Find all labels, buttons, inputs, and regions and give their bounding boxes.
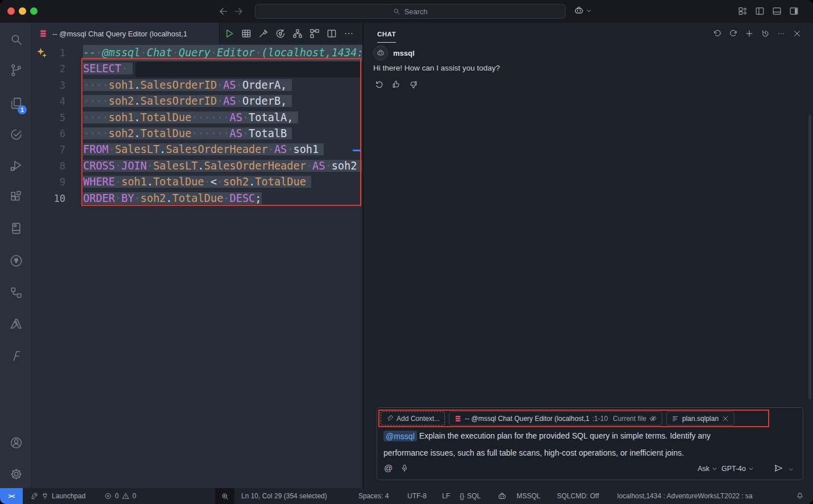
- cursor-position-item[interactable]: Ln 10, Col 29 (354 selected): [241, 488, 327, 504]
- activity-item-search[interactable]: [0, 27, 32, 51]
- extensions-icon: [9, 190, 23, 204]
- copilot-status-item[interactable]: [497, 488, 507, 504]
- minimize-window-button[interactable]: [19, 7, 26, 15]
- activity-item-source-control[interactable]: [0, 58, 32, 82]
- connection-item[interactable]: localhost,1434 : AdventureWorksLT2022 : …: [617, 488, 753, 504]
- plan-file-label: plan.sqlplan: [682, 415, 719, 423]
- message-author: mssql: [393, 49, 415, 57]
- undo-icon[interactable]: [713, 29, 722, 38]
- close-window-button[interactable]: [7, 7, 15, 15]
- overview-ruler-cursor: [353, 150, 361, 151]
- activity-item-task-check[interactable]: [0, 122, 32, 146]
- file-context-label: -- @mssql Chat Query Editor (localhost,1: [465, 415, 589, 423]
- activity-item-notebook[interactable]: [0, 216, 32, 240]
- sqlcmd-item[interactable]: SQLCMD: Off: [557, 488, 599, 504]
- zoom-window-button[interactable]: [30, 7, 38, 15]
- file-context-chip[interactable]: -- @mssql Chat Query Editor (localhost,1…: [449, 411, 662, 425]
- mode-picker[interactable]: Ask: [698, 465, 717, 473]
- indentation-item[interactable]: Spaces: 4: [358, 488, 389, 504]
- chat-scrollbar[interactable]: [808, 115, 811, 399]
- toggle-secondary-sidebar-icon[interactable]: [789, 6, 799, 16]
- line-number: 9: [32, 174, 65, 190]
- regenerate-icon[interactable]: [374, 80, 384, 89]
- chat-input-text: Explain the execution plan for the provi…: [383, 431, 711, 457]
- activity-item-github[interactable]: [0, 249, 32, 272]
- chevron-down-icon[interactable]: [788, 466, 794, 472]
- activity-item-run-debug[interactable]: [0, 154, 32, 177]
- linked-objects-icon: [9, 286, 23, 300]
- plan-file-chip[interactable]: plan.sqlplan: [666, 411, 734, 425]
- launchpad-item[interactable]: Launchpad: [30, 488, 85, 504]
- forward-arrow-icon[interactable]: [233, 6, 244, 16]
- database-icon: [454, 415, 462, 423]
- mention-chip[interactable]: @mssql: [383, 431, 417, 441]
- close-icon[interactable]: [793, 29, 802, 38]
- eol-item[interactable]: LF: [442, 488, 450, 504]
- azure-icon: [9, 317, 23, 331]
- toggle-sidebar-icon[interactable]: [754, 6, 765, 16]
- redo-icon[interactable]: [729, 29, 738, 38]
- results-grid-icon[interactable]: [241, 28, 252, 39]
- back-arrow-icon[interactable]: [218, 6, 229, 16]
- change-connection-icon[interactable]: [275, 28, 286, 39]
- editor-tab-bar: -- @mssql Chat Query Editor (localhost,1: [32, 23, 362, 44]
- customize-layout-icon[interactable]: [737, 6, 748, 16]
- mode-label: Ask: [698, 465, 709, 473]
- chat-input-toolbar: @ Ask GPT-4o: [377, 459, 803, 480]
- editor-toolbar: [224, 28, 354, 39]
- problems-item[interactable]: 0 0: [104, 488, 136, 504]
- mention-button[interactable]: @: [384, 463, 393, 473]
- file-context-range: :1-10: [592, 415, 608, 423]
- new-chat-icon[interactable]: [745, 29, 754, 38]
- zoom-button[interactable]: [215, 488, 234, 504]
- avatar: [373, 46, 388, 60]
- message-actions: [374, 80, 418, 89]
- notebook-icon: [9, 221, 23, 236]
- run-query-icon[interactable]: [224, 28, 235, 39]
- task-check-icon: [9, 127, 23, 142]
- thumbs-up-icon[interactable]: [391, 80, 401, 89]
- chat-tab[interactable]: CHAT: [377, 23, 396, 44]
- add-context-chip[interactable]: Add Context...: [381, 411, 445, 425]
- thumbs-down-icon[interactable]: [408, 80, 418, 89]
- chat-toolbar: [713, 29, 802, 38]
- send-icon[interactable]: [773, 463, 783, 473]
- activity-item-explorer-files[interactable]: 1: [0, 91, 32, 115]
- encoding-item[interactable]: UTF-8: [407, 488, 427, 504]
- chat-input[interactable]: @mssql Explain the execution plan for th…: [383, 427, 756, 461]
- chat-input-container[interactable]: Add Context... -- @mssql Chat Query Edit…: [377, 407, 803, 480]
- more-actions-icon[interactable]: [343, 28, 354, 39]
- mssql-item[interactable]: MSSQL: [517, 488, 540, 504]
- activity-item-linked-objects[interactable]: [0, 280, 32, 304]
- command-center-search[interactable]: Search: [255, 4, 566, 19]
- copilot-menu-button[interactable]: [573, 5, 592, 16]
- search-placeholder: Search: [404, 7, 427, 16]
- activity-item-account[interactable]: [0, 431, 32, 455]
- eye-off-icon[interactable]: [649, 415, 657, 423]
- more-icon[interactable]: [777, 29, 786, 38]
- activity-item-azure[interactable]: [0, 312, 32, 336]
- split-editor-icon[interactable]: [326, 28, 337, 39]
- model-picker[interactable]: GPT-4o: [721, 465, 754, 473]
- code-editor[interactable]: 1--·@mssql·Chat·Query·Editor·(localhost,…: [32, 44, 362, 488]
- close-icon[interactable]: [721, 415, 729, 423]
- line-number: 2: [32, 61, 65, 77]
- language-item[interactable]: {} SQL: [460, 488, 481, 504]
- line-number: 10: [32, 191, 65, 206]
- activity-bar: 1: [0, 23, 32, 488]
- editor-tab[interactable]: -- @mssql Chat Query Editor (localhost,1: [32, 23, 220, 44]
- microphone-icon[interactable]: [400, 464, 409, 473]
- remote-indicator[interactable]: ><: [0, 488, 23, 504]
- toggle-panel-icon[interactable]: [771, 6, 782, 16]
- history-icon[interactable]: [761, 29, 770, 38]
- activity-item-extensions[interactable]: [0, 185, 32, 209]
- activity-item-fabric[interactable]: [0, 344, 32, 367]
- query-plan-icon[interactable]: [292, 28, 303, 39]
- notifications-item[interactable]: [795, 488, 804, 504]
- chat-header: CHAT: [364, 23, 813, 44]
- estimated-plan-icon[interactable]: [309, 28, 320, 39]
- chat-panel: CHAT mssql Hi there! How can I assist yo…: [364, 23, 813, 488]
- rocket-icon: [30, 492, 38, 500]
- activity-item-settings-gear[interactable]: [0, 462, 32, 486]
- connect-plug-icon[interactable]: [258, 28, 269, 39]
